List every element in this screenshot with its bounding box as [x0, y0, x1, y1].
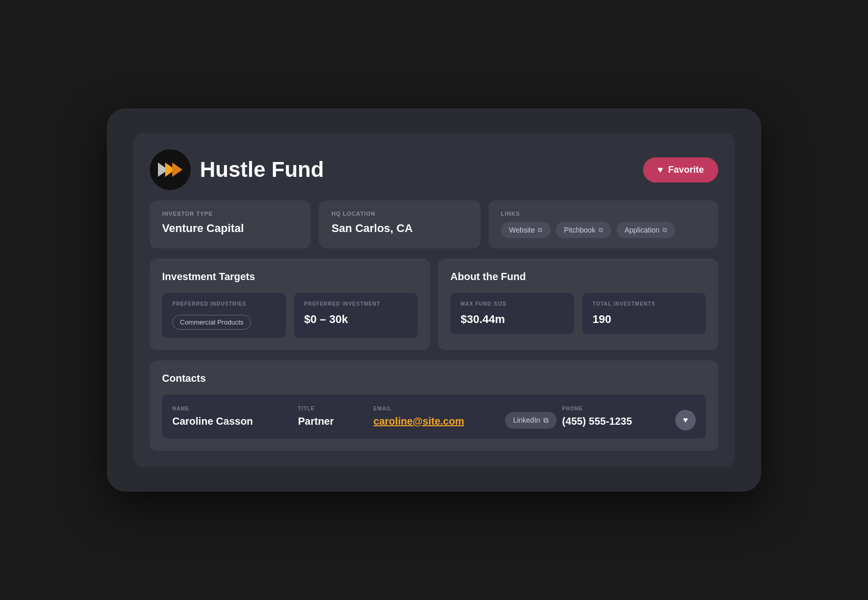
heart-icon: ♥: [657, 165, 663, 175]
contact-name-value: Caroline Casson: [172, 416, 298, 427]
device-frame: Hustle Fund ♥ Favorite INVESTOR TYPE Ven…: [107, 108, 761, 492]
main-card: Hustle Fund ♥ Favorite INVESTOR TYPE Ven…: [133, 133, 735, 467]
application-link-button[interactable]: Application ⧉: [616, 222, 676, 238]
about-fund-panel: About the Fund MAX FUND SIZE $30.44m TOT…: [438, 259, 718, 350]
contact-email-col: EMAIL caroline@site.com: [374, 406, 499, 427]
fund-name: Hustle Fund: [200, 157, 324, 182]
contact-title-col: TITLE Partner: [298, 406, 374, 427]
investor-type-card: INVESTOR TYPE Venture Capital: [150, 200, 311, 248]
logo-arrows: [158, 163, 182, 177]
total-investments-card: TOTAL INVESTMENTS 190: [582, 293, 706, 334]
contacts-panel: Contacts NAME Caroline Casson TITLE Part…: [150, 360, 718, 451]
website-link-label: Website: [509, 226, 535, 234]
max-fund-size-card: MAX FUND SIZE $30.44m: [450, 293, 574, 334]
info-row: INVESTOR TYPE Venture Capital HQ LOCATIO…: [150, 200, 718, 248]
pitchbook-link-button[interactable]: Pitchbook ⧉: [556, 222, 611, 238]
header-left: Hustle Fund: [150, 149, 324, 190]
hq-location-card: HQ LOCATION San Carlos, CA: [319, 200, 480, 248]
application-link-label: Application: [625, 226, 660, 234]
contact-phone-label: PHONE: [562, 406, 675, 411]
max-fund-size-label: MAX FUND SIZE: [461, 301, 564, 307]
total-investments-value: 190: [592, 313, 696, 326]
arrow-orange-dark-icon: [172, 163, 182, 177]
contact-title-label: TITLE: [298, 406, 374, 411]
investor-type-value: Venture Capital: [162, 222, 299, 235]
header: Hustle Fund ♥ Favorite: [150, 149, 718, 190]
pitchbook-link-label: Pitchbook: [564, 226, 595, 234]
linkedin-button[interactable]: LinkedIn ⧉: [505, 412, 557, 429]
preferred-investment-label: PREFERRED INVESTMENT: [304, 301, 407, 307]
hq-location-label: HQ LOCATION: [331, 211, 468, 217]
contact-name-label: NAME: [172, 406, 298, 411]
about-fund-title: About the Fund: [450, 271, 706, 283]
linkedin-label: LinkedIn: [513, 416, 540, 424]
hq-location-value: San Carlos, CA: [331, 222, 468, 235]
preferred-industries-card: PREFERRED INDUSTRIES Commercial Products: [162, 293, 286, 338]
contact-name-col: NAME Caroline Casson: [172, 406, 298, 427]
linkedin-external-icon: ⧉: [543, 416, 549, 425]
total-investments-label: TOTAL INVESTMENTS: [592, 301, 696, 307]
contact-heart-col: ♥: [675, 403, 696, 430]
fund-logo: [150, 149, 191, 190]
contact-title-value: Partner: [298, 416, 374, 427]
mid-section: Investment Targets PREFERRED INDUSTRIES …: [150, 259, 718, 350]
investment-targets-inner-row: PREFERRED INDUSTRIES Commercial Products…: [162, 293, 418, 338]
contacts-title: Contacts: [162, 373, 706, 384]
about-fund-inner-row: MAX FUND SIZE $30.44m TOTAL INVESTMENTS …: [450, 293, 706, 334]
application-external-icon: ⧉: [663, 226, 667, 234]
investment-targets-panel: Investment Targets PREFERRED INDUSTRIES …: [150, 259, 430, 350]
links-card: LINKS Website ⧉ Pitchbook ⧉ Application …: [489, 200, 718, 248]
contact-row: NAME Caroline Casson TITLE Partner EMAIL…: [162, 395, 706, 439]
contact-phone-col: PHONE (455) 555-1235: [562, 406, 675, 427]
website-external-icon: ⧉: [538, 226, 542, 234]
preferred-investment-value: $0 – 30k: [304, 313, 407, 326]
contact-email-label: EMAIL: [374, 406, 499, 411]
favorite-label: Favorite: [668, 165, 704, 175]
max-fund-size-value: $30.44m: [461, 313, 564, 326]
investment-targets-title: Investment Targets: [162, 271, 418, 283]
website-link-button[interactable]: Website ⧉: [501, 222, 551, 238]
contact-heart-icon: ♥: [683, 416, 688, 425]
preferred-industries-label: PREFERRED INDUSTRIES: [172, 301, 276, 307]
links-buttons: Website ⧉ Pitchbook ⧉ Application ⧉: [501, 222, 706, 238]
industry-tag: Commercial Products: [172, 315, 251, 330]
contact-favorite-button[interactable]: ♥: [675, 410, 696, 430]
preferred-investment-card: PREFERRED INVESTMENT $0 – 30k: [294, 293, 418, 338]
links-label: LINKS: [501, 211, 706, 217]
contact-phone-value: (455) 555-1235: [562, 416, 675, 427]
contact-linkedin-col: LinkedIn ⧉: [499, 405, 562, 429]
contact-email-value[interactable]: caroline@site.com: [374, 416, 499, 427]
investor-type-label: INVESTOR TYPE: [162, 211, 299, 217]
favorite-button[interactable]: ♥ Favorite: [643, 157, 718, 182]
pitchbook-external-icon: ⧉: [599, 226, 603, 234]
